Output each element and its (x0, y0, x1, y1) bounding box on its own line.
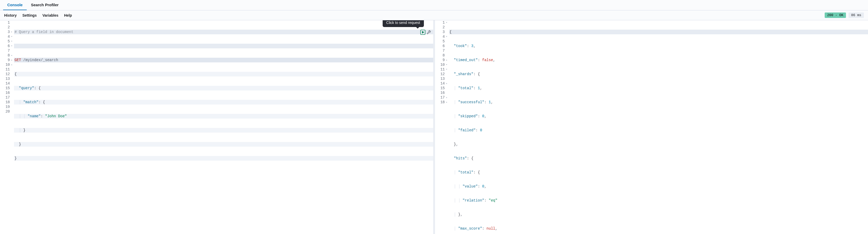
status-badge: 200 - OK (825, 12, 846, 18)
tab-search-profiler[interactable]: Search Profiler (27, 0, 63, 10)
request-actions: Click to send request (420, 30, 431, 35)
sub-toolbar: History Settings Variables Help 200 - OK… (0, 10, 868, 20)
main-tabs: Console Search Profiler (0, 0, 868, 10)
editor-split: 1 2 3▸ 4▾ 5▾ 6▾ 7 8▴ 9▴ 10▴ 11 12 13 14 … (0, 20, 868, 234)
request-code[interactable]: # Query a field in document GET /myindex… (14, 20, 433, 234)
response-code: { "took": 3, "timed_out": false, "_shard… (449, 20, 868, 234)
wrench-icon[interactable] (427, 30, 431, 34)
help-link[interactable]: Help (64, 13, 72, 18)
request-editor[interactable]: 1 2 3▸ 4▾ 5▾ 6▾ 7 8▴ 9▴ 10▴ 11 12 13 14 … (0, 20, 435, 234)
history-link[interactable]: History (4, 13, 17, 18)
response-editor[interactable]: 1▾ 2 3 4▾ 5 6 7 8 9▴ 10▾ 11▾ 12 13 14▴ 1… (435, 20, 868, 234)
response-gutter: 1▾ 2 3 4▾ 5 6 7 8 9▴ 10▾ 11▾ 12 13 14▴ 1… (435, 20, 449, 234)
time-badge: 86 ms (848, 12, 864, 18)
play-icon[interactable] (420, 30, 426, 35)
tab-console[interactable]: Console (3, 0, 27, 10)
settings-link[interactable]: Settings (22, 13, 37, 18)
svg-marker-1 (422, 31, 424, 33)
variables-link[interactable]: Variables (42, 13, 58, 18)
request-gutter: 1 2 3▸ 4▾ 5▾ 6▾ 7 8▴ 9▴ 10▴ 11 12 13 14 … (0, 20, 14, 234)
send-tooltip: Click to send request (383, 20, 424, 27)
